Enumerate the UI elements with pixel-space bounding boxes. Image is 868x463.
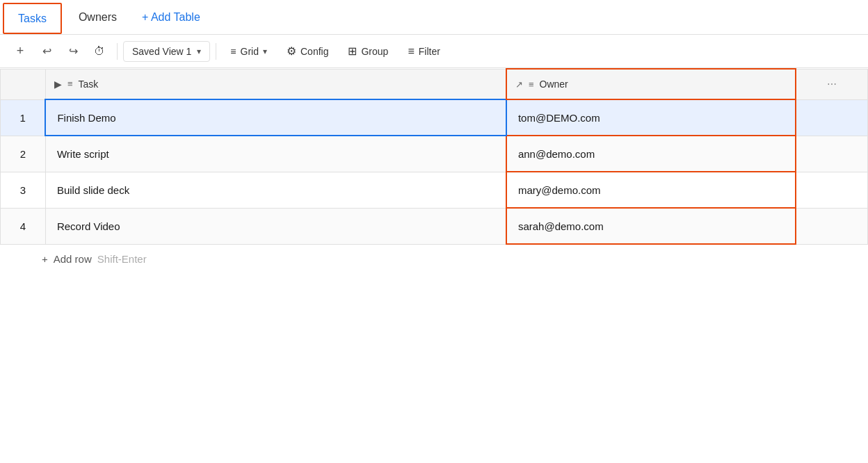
undo-icon: ↩ [42,44,51,58]
table-row[interactable]: 1 Finish Demo tom@DEMO.com [1,99,868,136]
add-row-button[interactable]: + Add row Shift-Enter [0,245,868,273]
row-number: 4 [20,220,26,232]
config-label: Config [300,46,328,57]
history-button[interactable]: ⏱ [88,40,111,63]
row-num-4: 4 [1,208,46,244]
task-col-label: Task [79,79,99,90]
tab-tasks-label: Tasks [18,13,47,25]
redo-button[interactable]: ↪ [61,40,85,63]
chevron-down-icon: ▾ [197,47,201,56]
table-row[interactable]: 2 Write script ann@demo.com [1,136,868,172]
owner-col-menu-icon: ≡ [529,79,534,90]
table-row[interactable]: 3 Build slide deck mary@demo.com [1,172,868,208]
owner-value-4: sarah@demo.com [518,220,604,232]
grid-table: ▶ ≡ Task ↗ ≡ Owner ⋯ [0,68,868,245]
task-value-3: Build slide deck [57,184,129,196]
toolbar: + ↩ ↪ ⏱ Saved View 1 ▾ ≡ Grid ▾ ⚙ Config… [0,35,868,68]
table-container: ▶ ≡ Task ↗ ≡ Owner ⋯ [0,68,868,245]
add-table-button[interactable]: + Add Table [131,11,211,24]
owner-value-3: mary@demo.com [518,184,601,196]
add-row-shortcut: Shift-Enter [97,253,147,265]
task-value-2: Write script [57,148,109,160]
filter-icon: ≡ [408,45,414,58]
tab-owners-label: Owners [79,11,117,24]
tab-tasks[interactable]: Tasks [3,3,62,34]
toolbar-divider [117,43,118,60]
owner-value-2: ann@demo.com [518,148,595,160]
config-icon: ⚙ [287,44,296,58]
add-table-label: + Add Table [142,11,200,24]
owner-cell-3[interactable]: mary@demo.com [506,172,796,208]
row-number: 3 [20,184,26,196]
row-num-1: 1 [1,99,46,136]
table-row[interactable]: 4 Record Video sarah@demo.com [1,208,868,244]
history-icon: ⏱ [94,45,105,58]
extra-cell-4 [796,208,868,244]
add-row-plus-icon: + [42,253,48,265]
filter-button[interactable]: ≡ Filter [399,41,448,62]
col-header-extra: ⋯ [796,69,868,99]
group-button[interactable]: ⊞ Group [339,40,396,62]
saved-view-label: Saved View 1 [132,46,191,57]
plus-icon: + [17,44,24,58]
saved-view-dropdown[interactable]: Saved View 1 ▾ [123,41,210,62]
tab-bar: Tasks Owners + Add Table [0,0,868,35]
extra-cell-2 [796,136,868,172]
owner-cell-2[interactable]: ann@demo.com [506,136,796,172]
extra-col-dots-icon: ⋯ [827,79,837,90]
extra-cell-1 [796,99,868,136]
task-col-menu-icon: ≡ [67,79,73,89]
add-button[interactable]: + [8,40,32,63]
owner-col-arrow-icon: ↗ [515,79,523,90]
col-header-owner[interactable]: ↗ ≡ Owner [506,69,796,99]
owner-cell-4[interactable]: sarah@demo.com [506,208,796,244]
undo-button[interactable]: ↩ [35,40,58,63]
grid-label: Grid [241,46,259,57]
task-cell-3[interactable]: Build slide deck [45,172,506,208]
owner-cell-1[interactable]: tom@DEMO.com [506,99,796,136]
config-button[interactable]: ⚙ Config [278,40,337,62]
task-col-bolt-icon: ▶ [54,79,62,90]
row-num-3: 3 [1,172,46,208]
col-header-rownum [1,69,46,99]
task-cell-4[interactable]: Record Video [45,208,506,244]
row-number: 1 [20,112,26,124]
task-cell-1[interactable]: Finish Demo [45,99,506,136]
toolbar-divider-2 [216,43,216,60]
extra-cell-3 [796,172,868,208]
grid-chevron-icon: ▾ [263,47,267,56]
owner-value-1: tom@DEMO.com [518,112,600,124]
group-icon: ⊞ [348,44,357,58]
redo-icon: ↪ [69,44,78,58]
col-header-task[interactable]: ▶ ≡ Task [45,69,506,99]
row-number: 2 [20,148,26,160]
filter-label: Filter [419,46,440,57]
grid-icon: ≡ [230,46,236,57]
task-value-4: Record Video [57,220,120,232]
table-header-row: ▶ ≡ Task ↗ ≡ Owner ⋯ [1,69,868,99]
row-num-2: 2 [1,136,46,172]
grid-view-button[interactable]: ≡ Grid ▾ [222,42,275,61]
task-cell-2[interactable]: Write script [45,136,506,172]
group-label: Group [361,46,388,57]
add-row-label: Add row [54,253,92,265]
task-value-1: Finish Demo [57,112,115,124]
owner-col-label: Owner [540,79,568,90]
tab-owners[interactable]: Owners [65,0,131,34]
